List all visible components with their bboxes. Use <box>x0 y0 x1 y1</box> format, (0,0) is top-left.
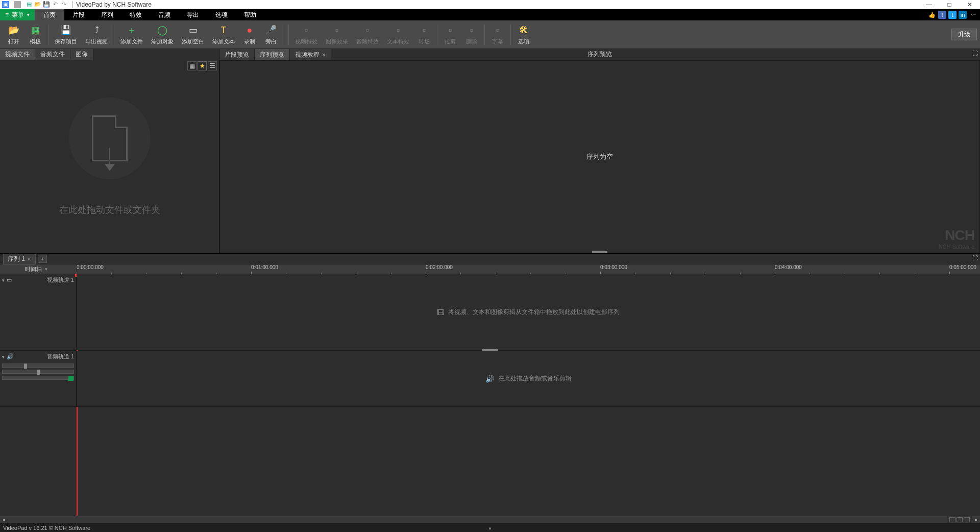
upgrade-button[interactable]: 升级 <box>951 29 977 40</box>
zoom-in-icon[interactable] <box>964 517 970 522</box>
qa-save-icon[interactable]: 💾 <box>43 1 50 8</box>
bin-list-icon[interactable]: ☰ <box>208 61 217 70</box>
ribbon-item-7[interactable]: T添加文本 <box>208 22 239 46</box>
qa-undo-icon[interactable]: ↶ <box>52 1 59 8</box>
menu-tab-4[interactable]: 音频 <box>150 9 179 20</box>
ribbon-item-3[interactable]: ⤴导出视频 <box>81 22 112 46</box>
audio-pan-slider[interactable] <box>2 370 74 374</box>
ribbon-icon-8: ● <box>243 23 256 37</box>
zoom-out-icon[interactable] <box>949 517 955 522</box>
qa-icon-1[interactable]: ▣ <box>2 1 9 8</box>
time-header[interactable]: 时间轴 ▾ <box>0 264 77 274</box>
menu-tab-1[interactable]: 片段 <box>64 9 93 20</box>
audio-track-label: 音频轨道 1 <box>47 353 74 360</box>
ribbon-item-1[interactable]: ▦模板 <box>24 22 46 46</box>
ribbon-item-5[interactable]: ◯添加对象 <box>147 22 178 46</box>
ribbon-disabled-label-6: 删除 <box>466 38 477 45</box>
like-icon[interactable]: 👍 <box>928 11 936 19</box>
audio-level-slider[interactable] <box>2 376 74 380</box>
ribbon-disabled-label-1: 图像效果 <box>326 38 348 45</box>
timeline-scrollbar[interactable]: ◄ ► <box>0 516 980 523</box>
preview-tab-0[interactable]: 片段预览 <box>219 49 255 60</box>
bin-empty[interactable]: 在此处拖动文件或文件夹 <box>0 60 219 253</box>
zoom-fit-icon[interactable] <box>957 517 963 522</box>
preview-tab-label-2: 视频教程 <box>295 51 320 59</box>
ribbon-icon-9: 🎤 <box>264 23 278 37</box>
audio-track-body[interactable]: 🔊 在此处拖放音频或音乐剪辑 <box>77 351 980 406</box>
audio-track-row: ▾ 🔊 音频轨道 1 🔊 在此处拖放音频或音乐剪辑 <box>0 351 980 407</box>
ribbon-sep-auto-9 <box>284 25 284 45</box>
ribbon-sep-2 <box>510 25 511 45</box>
sequence-tab[interactable]: 序列 1 ✕ <box>3 254 36 264</box>
main-menu-button[interactable]: ≡ 菜单 ▾ <box>0 9 35 20</box>
preview-tab-close-2[interactable]: ✕ <box>322 52 326 58</box>
ribbon-disabled-icon-0: ▫ <box>300 23 313 37</box>
time-header-label: 时间轴 <box>25 265 42 273</box>
qa-redo-icon[interactable]: ↷ <box>60 1 67 8</box>
menu-tab-5[interactable]: 导出 <box>179 9 207 20</box>
preview-expand-icon[interactable]: ⛶ <box>972 50 978 56</box>
menu-label: 菜单 <box>12 11 24 19</box>
bin-tab-2[interactable]: 图像 <box>70 49 93 60</box>
ribbon-disabled-3: ▫文本特效 <box>383 22 413 46</box>
menu-bar: ≡ 菜单 ▾ 首页片段序列特效音频导出选项帮助 👍 f t in ⋯ <box>0 9 980 20</box>
menu-tab-7[interactable]: 帮助 <box>236 9 264 20</box>
scroll-right-icon[interactable]: ► <box>973 516 980 523</box>
ribbon-disabled-7: ▫字幕 <box>487 22 508 46</box>
preview-tab-2[interactable]: 视频教程✕ <box>290 49 331 60</box>
bin-empty-circle <box>69 98 151 179</box>
menu-tab-2[interactable]: 序列 <box>93 9 121 20</box>
ribbon-label-4: 添加文件 <box>120 38 143 45</box>
video-track-fx-icon[interactable]: ▭ <box>7 277 12 283</box>
time-ruler[interactable]: 0:00:00.0000:01:00.0000:02:00.0000:03:00… <box>77 264 980 274</box>
ruler-tick-4: 0:04:00.000 <box>775 264 802 270</box>
minimize-button[interactable]: — <box>919 0 939 9</box>
video-track-collapse-icon[interactable]: ▾ <box>2 278 5 283</box>
close-button[interactable]: ✕ <box>960 0 980 9</box>
ribbon-item-4[interactable]: ＋添加文件 <box>116 22 147 46</box>
bin-tab-1[interactable]: 音频文件 <box>35 49 70 60</box>
qa-new-icon[interactable]: ▤ <box>26 1 33 8</box>
ribbon-disabled-label-3: 文本特效 <box>387 38 409 45</box>
video-clip-icon: 🎞 <box>437 308 444 317</box>
preview-title: 序列预览 <box>587 50 612 59</box>
audio-track-collapse-icon[interactable]: ▾ <box>2 354 5 359</box>
timeline-expand-icon[interactable]: ⛶ <box>972 255 978 261</box>
video-track-body[interactable]: 🎞 将视频、文本和图像剪辑从文件箱中拖放到此处以创建电影序列 <box>77 274 980 350</box>
ribbon-item-0[interactable]: 📂打开 <box>3 22 24 46</box>
menu-tab-0[interactable]: 首页 <box>35 9 64 20</box>
menu-tab-3[interactable]: 特效 <box>121 9 150 20</box>
ruler-tick-3: 0:03:00.000 <box>600 264 627 270</box>
status-resize-handle[interactable]: ▲ <box>488 525 493 530</box>
ribbon-label-2: 保存项目 <box>55 38 77 45</box>
add-sequence-button[interactable]: + <box>38 255 47 263</box>
ribbon-item-9[interactable]: 🎤旁白 <box>260 22 282 46</box>
qa-open-icon[interactable]: 📂 <box>34 1 41 8</box>
splitter-handle[interactable] <box>592 251 607 253</box>
maximize-button[interactable]: □ <box>939 0 960 9</box>
audio-volume-slider[interactable] <box>2 364 74 368</box>
ribbon-options[interactable]: 🛠 选项 <box>513 22 534 46</box>
ribbon-disabled-icon-6: ▫ <box>465 23 478 37</box>
ribbon-item-2[interactable]: 💾保存项目 <box>51 22 81 46</box>
ribbon-item-6[interactable]: ▭添加空白 <box>178 22 208 46</box>
bin-select-icon[interactable]: ▦ <box>187 61 197 70</box>
ribbon-item-8[interactable]: ●录制 <box>239 22 260 46</box>
bin-star-icon[interactable]: ★ <box>198 61 207 70</box>
ribbon-sep-auto-1 <box>48 25 48 45</box>
sequence-tab-close-icon[interactable]: ✕ <box>27 256 31 262</box>
menu-tab-6[interactable]: 选项 <box>207 9 236 20</box>
twitter-icon[interactable]: t <box>948 11 957 19</box>
scroll-left-icon[interactable]: ◄ <box>0 516 7 523</box>
app-title: VideoPad by NCH Software <box>76 1 152 8</box>
audio-track-mute-icon[interactable]: 🔊 <box>7 353 14 360</box>
ribbon-disabled-0: ▫视频特效 <box>291 22 322 46</box>
preview-tab-1[interactable]: 序列预览 <box>255 49 290 60</box>
linkedin-icon[interactable]: in <box>959 11 967 19</box>
bin-tab-0[interactable]: 视频文件 <box>0 49 35 60</box>
ruler-tick-2: 0:02:00.000 <box>426 264 453 270</box>
more-icon[interactable]: ⋯ <box>969 11 977 19</box>
facebook-icon[interactable]: f <box>938 11 946 19</box>
preview-tab-label-1: 序列预览 <box>260 51 284 59</box>
ribbon-disabled-label-0: 视频特效 <box>295 38 317 45</box>
